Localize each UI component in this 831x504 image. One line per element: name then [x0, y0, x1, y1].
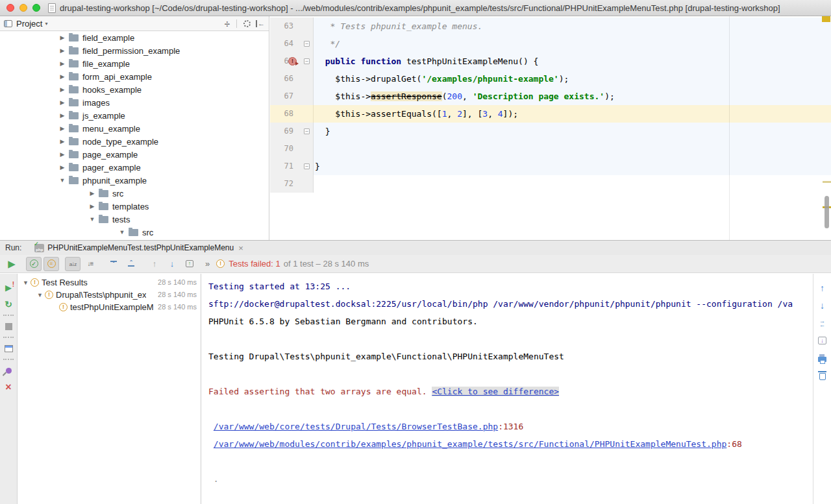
close-tab-icon[interactable]: × — [238, 244, 243, 252]
chevron-right-icon[interactable]: ▶ — [57, 112, 68, 119]
hide-panel-icon[interactable]: ← — [256, 20, 265, 27]
collapse-all-icon[interactable]: ÷ — [225, 18, 230, 29]
show-passed-button[interactable]: ✓ — [26, 257, 42, 271]
project-tree-item[interactable]: ▼src — [0, 226, 269, 239]
project-tree-item[interactable]: ▼tests — [0, 213, 269, 226]
editor-scrollbar-thumb[interactable] — [825, 196, 829, 228]
pin-tab-button[interactable] — [0, 362, 17, 379]
code-cell[interactable] — [314, 140, 831, 158]
restore-layout-button[interactable] — [0, 340, 17, 357]
fold-marker-icon[interactable]: – — [304, 128, 310, 134]
code-cell[interactable]: } — [314, 158, 831, 175]
code-cell[interactable]: $this->assertResponse(200, 'Description … — [314, 88, 831, 105]
close-window-button[interactable] — [6, 4, 14, 12]
clear-all-button[interactable] — [813, 366, 831, 384]
zoom-window-button[interactable] — [32, 4, 40, 12]
expand-all-button[interactable]: ˇ — [106, 257, 121, 271]
chevron-down-icon[interactable]: ▼ — [87, 216, 97, 222]
scrollbar-warning-mark[interactable] — [823, 181, 831, 183]
minimize-window-button[interactable] — [19, 4, 27, 12]
test-tree-item[interactable]: !testPhpUnitExampleM28 s 140 ms — [18, 301, 201, 313]
editor-gutter[interactable]: 66 — [270, 70, 314, 88]
down-the-stack-trace-button[interactable]: ↓ — [813, 296, 831, 314]
chevron-down-icon[interactable]: ▾ — [45, 21, 47, 27]
code-cell[interactable]: */ — [314, 35, 831, 53]
code-line[interactable]: 69– } — [270, 123, 831, 140]
chevron-right-icon[interactable]: ▶ — [57, 34, 68, 41]
soft-wrap-button[interactable]: →← — [813, 314, 831, 331]
project-tree-item[interactable]: ▶page_example — [0, 148, 269, 161]
sort-by-duration-button[interactable]: ↓≡ — [82, 257, 98, 271]
code-editor[interactable]: 63 * Tests phpunit_example menus.64– */6… — [270, 16, 831, 240]
project-tree-item[interactable]: ▶js_example — [0, 109, 269, 122]
previous-failed-test-button[interactable]: ↑ — [147, 257, 162, 271]
gear-icon[interactable] — [243, 20, 251, 27]
code-line[interactable]: 63 * Tests phpunit_example menus. — [270, 18, 831, 35]
error-stripe-corner[interactable] — [822, 16, 830, 22]
show-ignored-button[interactable]: ≡ — [43, 257, 59, 271]
project-tree-item[interactable]: ▶hooks_example — [0, 83, 269, 96]
code-line[interactable]: 64– */ — [270, 35, 831, 53]
print-button[interactable] — [813, 349, 831, 366]
editor-gutter[interactable]: 64– — [270, 35, 314, 53]
code-cell[interactable]: } — [314, 123, 831, 140]
editor-gutter[interactable]: 65!– — [270, 53, 314, 70]
chevron-right-icon[interactable]: ▶ — [57, 125, 68, 132]
failed-test-gutter-icon[interactable]: ! — [288, 57, 297, 66]
project-tree-item[interactable]: ▶form_api_example — [0, 70, 269, 83]
project-tree-item[interactable]: ▶pager_example — [0, 161, 269, 174]
editor-gutter[interactable]: 68 — [270, 105, 314, 123]
fold-marker-icon[interactable]: – — [304, 163, 310, 169]
code-line[interactable]: 71–} — [270, 158, 831, 175]
project-tree-item[interactable]: ▶node_type_example — [0, 135, 269, 148]
sort-alphabetically-button[interactable]: a↓z — [65, 257, 81, 271]
chevron-right-icon[interactable]: ▶ — [57, 164, 68, 171]
project-tree-item[interactable]: ▶menu_example — [0, 122, 269, 135]
chevron-right-icon[interactable]: ▶ — [57, 151, 68, 158]
chevron-right-icon[interactable]: ▶ — [57, 73, 68, 80]
editor-gutter[interactable]: 69– — [270, 123, 314, 140]
chevron-right-icon[interactable]: ▶ — [57, 60, 68, 67]
project-tree-item[interactable]: ▶src — [0, 187, 269, 200]
project-tree-item[interactable]: ▶file_example — [0, 57, 269, 70]
chevron-right-icon[interactable]: ▶ — [57, 138, 68, 145]
close-panel-button[interactable]: × — [0, 379, 17, 396]
scroll-to-end-button[interactable]: ↓ — [813, 331, 831, 349]
console-link[interactable]: <Click to see difference> — [432, 387, 559, 396]
console-output[interactable]: Testing started at 13:25 ...sftp://docke… — [202, 274, 831, 504]
code-cell[interactable]: * Tests phpunit_example menus. — [314, 18, 831, 35]
project-tree-item[interactable]: ▶field_permission_example — [0, 44, 269, 57]
collapse-all-button[interactable]: ˆ — [123, 257, 139, 271]
up-the-stack-trace-button[interactable]: ↑ — [813, 279, 831, 296]
project-tree-item[interactable]: ▶templates — [0, 200, 269, 213]
project-panel-title[interactable]: Project — [16, 19, 42, 29]
fold-marker-icon[interactable]: – — [304, 41, 310, 47]
stop-button[interactable] — [0, 318, 17, 335]
chevron-down-icon[interactable]: ▼ — [21, 280, 31, 286]
chevron-right-icon[interactable]: ▶ — [87, 203, 97, 210]
chevron-right-icon[interactable]: ▶ — [57, 99, 68, 106]
rerun-failed-tests-button[interactable]: ▶! — [0, 279, 17, 296]
project-tree-item[interactable]: ▶field_example — [0, 31, 269, 44]
test-tree-item[interactable]: ▼!Test Results28 s 140 ms — [18, 276, 201, 289]
console-link[interactable]: /var/www/web/modules/contrib/examples/ph… — [214, 439, 727, 449]
code-cell[interactable]: public function testPhpUnitExampleMenu()… — [314, 53, 831, 70]
code-line[interactable]: 72 — [270, 175, 831, 193]
run-configuration-tab[interactable]: ✓ php PHPUnitExampleMenuTest.testPhpUnit… — [31, 241, 247, 255]
code-line[interactable]: 65!– public function testPhpUnitExampleM… — [270, 53, 831, 70]
test-tree-item[interactable]: ▼!Drupal\Tests\phpunit_ex28 s 140 ms — [18, 289, 201, 301]
code-cell[interactable] — [314, 175, 831, 193]
more-actions-icon[interactable]: » — [205, 259, 210, 269]
project-tree-item[interactable]: ▼phpunit_example — [0, 174, 269, 187]
code-line[interactable]: 66 $this->drupalGet('/examples/phpunit-e… — [270, 70, 831, 88]
chevron-down-icon[interactable]: ▼ — [57, 177, 68, 184]
rerun-button[interactable]: ▶ — [4, 257, 19, 271]
next-failed-test-button[interactable]: ↓ — [164, 257, 180, 271]
code-cell[interactable]: $this->drupalGet('/examples/phpunit-exam… — [314, 70, 831, 88]
project-tree-item[interactable]: ▶images — [0, 96, 269, 109]
chevron-down-icon[interactable]: ▼ — [35, 292, 45, 298]
code-line[interactable]: 70 — [270, 140, 831, 158]
toggle-auto-test-button[interactable]: ↻ — [0, 296, 17, 313]
chevron-right-icon[interactable]: ▶ — [87, 190, 97, 197]
chevron-right-icon[interactable]: ▶ — [57, 47, 68, 54]
